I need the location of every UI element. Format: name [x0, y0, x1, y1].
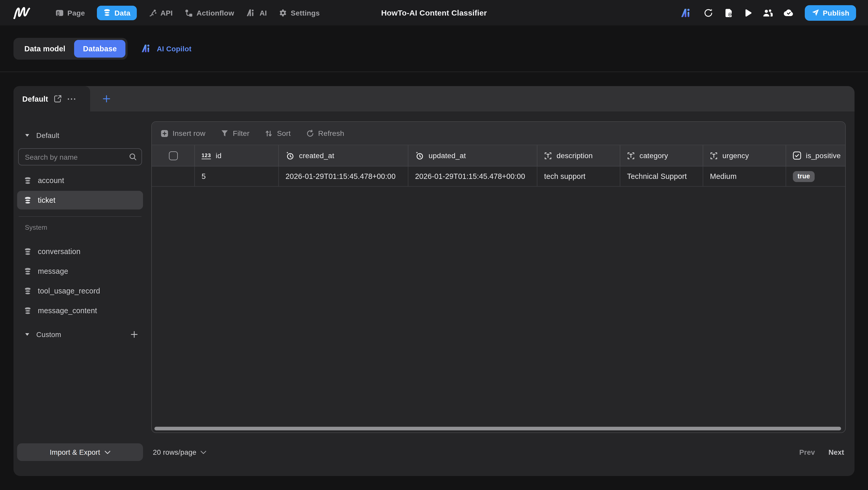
cell-created-at[interactable]: 2026-01-29T01:15:45.478+00:00: [279, 167, 408, 186]
column-header-category[interactable]: category: [620, 145, 703, 166]
default-tables-list: account ticket: [17, 171, 143, 210]
history-icon[interactable]: [704, 8, 713, 18]
table-item-tool-usage-record[interactable]: tool_usage_record: [17, 282, 143, 300]
refresh-button[interactable]: Refresh: [306, 129, 344, 137]
ai-copilot-logo-icon: [142, 44, 153, 53]
ai-copilot-button[interactable]: AI Copilot: [142, 44, 191, 53]
page-icon: [56, 8, 64, 17]
text-type-icon: [627, 152, 635, 160]
table-item-label: tool_usage_record: [38, 287, 100, 295]
data-view-toggle: Data model Database: [13, 37, 128, 59]
filter-label: Filter: [233, 129, 250, 137]
tab-more-icon[interactable]: [67, 98, 76, 100]
next-page-button[interactable]: Next: [828, 448, 844, 456]
cell-category[interactable]: Technical Support: [620, 167, 703, 186]
table-item-message[interactable]: message: [17, 262, 143, 281]
group-custom-header[interactable]: Custom: [17, 328, 143, 341]
cloud-check-icon[interactable]: [783, 9, 794, 17]
filter-button[interactable]: Filter: [221, 129, 250, 137]
cell-updated-at[interactable]: 2026-01-29T01:15:45.478+00:00: [408, 167, 537, 186]
column-header-urgency[interactable]: urgency: [703, 145, 786, 166]
table-icon: [24, 307, 32, 315]
toggle-database[interactable]: Database: [74, 40, 126, 57]
cell-description[interactable]: tech support: [537, 167, 620, 186]
ai-logo[interactable]: [681, 8, 692, 18]
send-icon: [811, 9, 819, 17]
group-default-header[interactable]: Default: [17, 128, 143, 142]
sort-button[interactable]: Sort: [265, 129, 291, 137]
cell-is-positive[interactable]: true: [786, 167, 845, 186]
datetime-type-icon: [415, 151, 424, 160]
select-all-checkbox[interactable]: [169, 151, 178, 160]
rows-per-page-dropdown[interactable]: 20 rows/page: [153, 448, 206, 456]
toggle-data-model[interactable]: Data model: [16, 40, 74, 57]
caret-down-icon: [25, 333, 30, 336]
column-label: is_positive: [806, 151, 841, 160]
table-item-label: message_content: [38, 307, 97, 315]
datetime-type-icon: [285, 151, 294, 160]
card-body: Default account: [13, 112, 855, 476]
tab-default[interactable]: Default: [13, 86, 90, 112]
search-input[interactable]: [18, 148, 142, 165]
tables-sidebar: Default account: [17, 121, 143, 476]
insert-row-button[interactable]: Insert row: [161, 129, 206, 137]
number-type-icon: 123: [202, 152, 211, 159]
pagination-bar: 20 rows/page Prev Next: [151, 433, 846, 471]
text-type-icon: [710, 152, 718, 160]
publish-button[interactable]: Publish: [805, 5, 856, 21]
document-gear-icon[interactable]: [724, 8, 733, 18]
main-menu: Page Data API Actionflow: [56, 5, 320, 20]
table-item-account[interactable]: account: [17, 171, 143, 190]
column-header-id[interactable]: 123 id: [195, 145, 279, 166]
column-header-description[interactable]: description: [537, 145, 620, 166]
nav-item-label: Actionflow: [197, 8, 234, 17]
column-header-updated-at[interactable]: updated_at: [408, 145, 537, 166]
chevron-down-icon: [105, 450, 111, 454]
nav-item-label: Settings: [291, 8, 320, 17]
pager-controls: Prev Next: [799, 448, 844, 456]
table-header-row: 123 id created_at: [152, 145, 845, 167]
project-title: HowTo-AI Content Classifier: [381, 8, 487, 17]
search-icon: [129, 153, 137, 161]
caret-down-icon: [25, 134, 30, 137]
external-link-icon[interactable]: [54, 95, 62, 103]
nav-item-data[interactable]: Data: [97, 5, 137, 20]
play-icon[interactable]: [744, 8, 752, 17]
cell-urgency[interactable]: Medium: [703, 167, 786, 186]
text-type-icon: [544, 152, 552, 160]
users-icon[interactable]: [763, 8, 772, 17]
momen-logo[interactable]: [12, 6, 33, 20]
sidebar-divider: [19, 216, 142, 217]
table-item-label: message: [38, 267, 68, 275]
nav-item-api[interactable]: API: [149, 8, 173, 17]
table-item-conversation[interactable]: conversation: [17, 242, 143, 261]
table-icon: [24, 248, 32, 255]
column-label: urgency: [722, 151, 749, 160]
table-item-message-content[interactable]: message_content: [17, 301, 143, 320]
import-export-button[interactable]: Import & Export: [17, 443, 143, 461]
cell-id[interactable]: 5: [195, 167, 279, 186]
column-header-created-at[interactable]: created_at: [279, 145, 408, 166]
horizontal-scrollbar[interactable]: [154, 427, 841, 430]
publish-label: Publish: [823, 8, 849, 17]
ai-copilot-label: AI Copilot: [157, 44, 191, 53]
insert-row-label: Insert row: [173, 129, 206, 137]
table-area: Insert row Filter: [151, 121, 846, 476]
table-item-ticket[interactable]: ticket: [17, 191, 143, 209]
add-custom-table-icon[interactable]: [131, 331, 138, 338]
boolean-true-badge[interactable]: true: [793, 171, 815, 182]
nav-item-page[interactable]: Page: [56, 8, 85, 17]
topnav-actions: Publish: [681, 5, 856, 21]
top-navbar: Page Data API Actionflow: [0, 0, 868, 25]
column-header-is-positive[interactable]: is_positive: [786, 145, 845, 166]
prev-page-button[interactable]: Prev: [799, 448, 815, 456]
nav-item-actionflow[interactable]: Actionflow: [185, 8, 234, 17]
column-label: updated_at: [429, 151, 466, 160]
add-view-button[interactable]: [90, 86, 122, 112]
nav-item-ai[interactable]: AI: [246, 8, 267, 17]
import-export-label: Import & Export: [50, 448, 100, 456]
group-default-label: Default: [36, 132, 59, 139]
api-icon: [149, 8, 157, 17]
nav-item-settings[interactable]: Settings: [279, 8, 320, 17]
row-select-cell[interactable]: [152, 167, 195, 186]
